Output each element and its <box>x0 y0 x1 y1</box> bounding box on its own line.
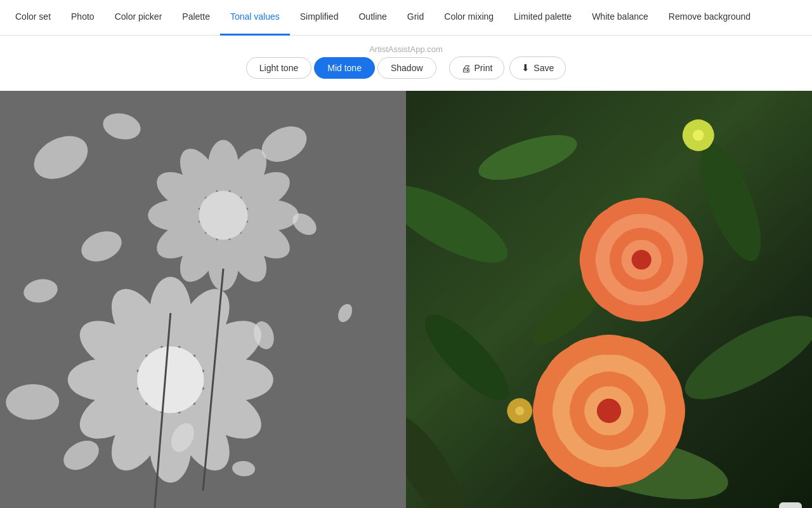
flower-canvas <box>406 91 812 508</box>
save-icon: ⬇ <box>521 62 530 74</box>
nav-item-photo[interactable]: Photo <box>61 0 105 36</box>
nav-item-palette[interactable]: Palette <box>172 0 220 36</box>
save-button[interactable]: ⬇ Save <box>509 57 566 79</box>
action-buttons: 🖨 Print ⬇ Save <box>449 57 566 79</box>
images-row <box>0 91 812 508</box>
light-tone-button[interactable]: Light tone <box>246 57 312 79</box>
tonal-image-panel <box>0 91 406 508</box>
nav-item-color-picker[interactable]: Color picker <box>105 0 173 36</box>
mid-tone-button[interactable]: Mid tone <box>314 57 375 79</box>
original-image-panel <box>406 91 812 508</box>
subtitle-text: ArtistAssistApp.com <box>369 44 443 54</box>
nav-item-color-mixing[interactable]: Color mixing <box>434 0 504 36</box>
fullscreen-button[interactable] <box>779 502 802 508</box>
shadow-button[interactable]: Shadow <box>377 57 436 79</box>
nav-item-color-set[interactable]: Color set <box>5 0 61 36</box>
nav-item-simplified[interactable]: Simplified <box>290 0 349 36</box>
controls-area: ArtistAssistApp.com Light tone Mid tone … <box>0 36 812 91</box>
nav-item-grid[interactable]: Grid <box>397 0 434 36</box>
nav-item-white-balance[interactable]: White balance <box>582 0 658 36</box>
tone-bar: Light tone Mid tone Shadow 🖨 Print ⬇ Sav… <box>246 57 566 86</box>
nav-item-tonal-values[interactable]: Tonal values <box>220 0 290 36</box>
nav-item-outline[interactable]: Outline <box>348 0 396 36</box>
nav-item-limited-palette[interactable]: Limited palette <box>504 0 582 36</box>
subtitle-bar: ArtistAssistApp.com <box>369 39 443 57</box>
nav-item-remove-background[interactable]: Remove background <box>658 0 761 36</box>
tonal-canvas <box>0 91 406 508</box>
print-icon: 🖨 <box>461 63 471 74</box>
top-nav: Color set Photo Color picker Palette Ton… <box>0 0 812 36</box>
print-button[interactable]: 🖨 Print <box>449 57 505 79</box>
